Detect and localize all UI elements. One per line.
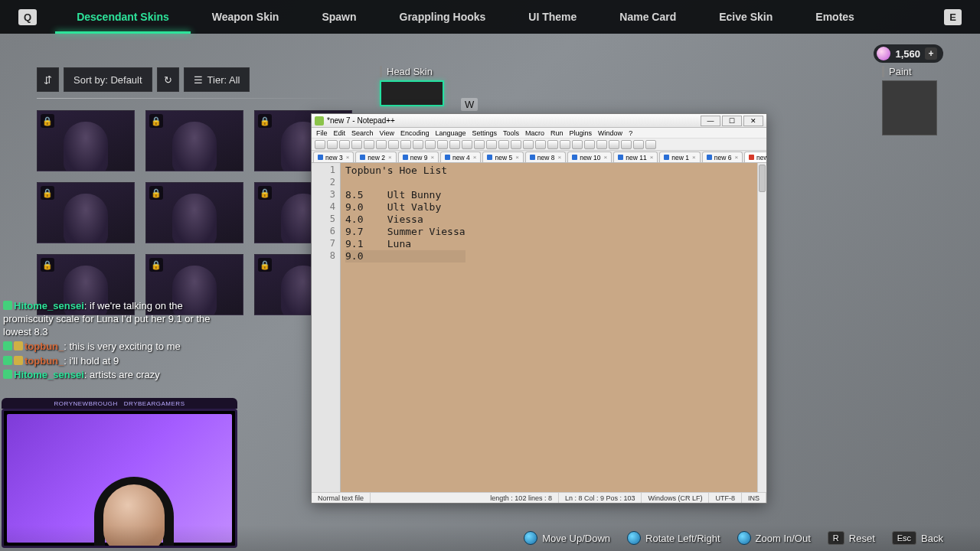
file-tab[interactable]: new 5×: [482, 152, 523, 162]
close-tab-icon[interactable]: ×: [604, 154, 608, 161]
toolbar-button[interactable]: [621, 140, 632, 149]
minimize-button[interactable]: —: [701, 116, 720, 126]
npp-editor[interactable]: 12345678 Topbun's Hoe List8.5 Ult Bunny9…: [312, 163, 757, 492]
code-line[interactable]: 9.0 Ult Valby: [345, 201, 466, 214]
toolbar-button[interactable]: [351, 140, 362, 149]
code-line[interactable]: 9.0: [345, 250, 466, 262]
menu-view[interactable]: View: [380, 129, 394, 137]
toolbar-button[interactable]: [339, 140, 350, 149]
tab-grappling-hooks[interactable]: Grappling Hooks: [378, 0, 508, 34]
maximize-button[interactable]: ☐: [722, 116, 742, 126]
skin-card[interactable]: 🔒: [37, 110, 135, 171]
code-line[interactable]: 4.0 Viessa: [345, 214, 466, 226]
toolbar-button[interactable]: [425, 140, 436, 149]
menu-macro[interactable]: Macro: [525, 129, 544, 137]
close-tab-icon[interactable]: ×: [473, 154, 477, 161]
toolbar-button[interactable]: [413, 140, 423, 149]
toolbar-button[interactable]: [437, 140, 448, 149]
toolbar-button[interactable]: [327, 140, 338, 149]
close-tab-icon[interactable]: ×: [515, 154, 519, 161]
skin-card[interactable]: 🔒: [145, 182, 243, 243]
toolbar-button[interactable]: [449, 140, 460, 149]
menu-window[interactable]: Window: [598, 129, 622, 137]
currency-add-button[interactable]: +: [925, 47, 937, 60]
file-tab[interactable]: new 6×: [702, 152, 743, 162]
file-tab[interactable]: new 1×: [659, 152, 700, 162]
toolbar-button[interactable]: [315, 140, 325, 149]
npp-menubar[interactable]: FileEditSearchViewEncodingLanguageSettin…: [312, 128, 766, 139]
head-skin-slot[interactable]: [380, 80, 444, 106]
toolbar-button[interactable]: [474, 140, 485, 149]
file-tab[interactable]: new 2×: [355, 152, 396, 162]
menu-search[interactable]: Search: [351, 129, 374, 137]
toolbar-button[interactable]: [486, 140, 497, 149]
toolbar-button[interactable]: [400, 140, 411, 149]
npp-toolbar[interactable]: [312, 139, 766, 151]
menu-plugins[interactable]: Plugins: [570, 129, 593, 137]
tab-descendant-skins[interactable]: Descendant Skins: [55, 0, 191, 34]
sort-direction-button[interactable]: ⇵: [37, 67, 59, 92]
tier-filter-button[interactable]: ☰ Tier: All: [184, 67, 250, 92]
toolbar-button[interactable]: [498, 140, 509, 149]
toolbar-button[interactable]: [645, 140, 656, 149]
toolbar-button[interactable]: [572, 140, 583, 149]
hint-back[interactable]: EscBack: [892, 531, 943, 545]
file-tab[interactable]: new 10×: [567, 152, 612, 162]
close-tab-icon[interactable]: ×: [650, 154, 654, 161]
close-tab-icon[interactable]: ×: [388, 154, 392, 161]
tab-weapon-skin[interactable]: Weapon Skin: [191, 0, 301, 34]
close-tab-icon[interactable]: ×: [346, 154, 350, 161]
skin-card[interactable]: 🔒: [37, 182, 135, 243]
toolbar-button[interactable]: [596, 140, 607, 149]
close-tab-icon[interactable]: ×: [692, 154, 696, 161]
toolbar-button[interactable]: [633, 140, 644, 149]
skin-card[interactable]: 🔒: [145, 110, 243, 171]
toolbar-button[interactable]: [547, 140, 558, 149]
npp-scroll-thumb[interactable]: [759, 165, 766, 192]
toolbar-button[interactable]: [376, 140, 387, 149]
toolbar-button[interactable]: [511, 140, 521, 149]
menu-run[interactable]: Run: [550, 129, 564, 137]
refresh-button[interactable]: ↻: [157, 67, 179, 92]
close-button[interactable]: ✕: [743, 116, 763, 126]
menu-edit[interactable]: Edit: [334, 129, 346, 137]
file-tab[interactable]: new 4×: [440, 152, 481, 162]
menu-tools[interactable]: Tools: [503, 129, 519, 137]
menu-file[interactable]: File: [316, 129, 328, 137]
close-tab-icon[interactable]: ×: [734, 154, 738, 161]
tab-spawn[interactable]: Spawn: [300, 0, 377, 34]
tab-name-card[interactable]: Name Card: [598, 0, 697, 34]
npp-scrollbar[interactable]: [757, 163, 766, 492]
tab-ui-theme[interactable]: UI Theme: [507, 0, 598, 34]
close-tab-icon[interactable]: ×: [430, 154, 434, 161]
code-line[interactable]: 8.5 Ult Bunny: [345, 189, 466, 201]
tab-emotes[interactable]: Emotes: [794, 0, 876, 34]
toolbar-button[interactable]: [462, 140, 472, 149]
file-tab[interactable]: new 8×: [525, 152, 566, 162]
close-tab-icon[interactable]: ×: [557, 154, 561, 161]
npp-code[interactable]: Topbun's Hoe List8.5 Ult Bunny9.0 Ult Va…: [341, 163, 469, 492]
toolbar-button[interactable]: [364, 140, 374, 149]
file-tab[interactable]: new 11×: [613, 152, 658, 162]
toolbar-button[interactable]: [535, 140, 546, 149]
toolbar-button[interactable]: [523, 140, 534, 149]
npp-titlebar[interactable]: *new 7 - Notepad++ — ☐ ✕: [312, 114, 766, 128]
menu-settings[interactable]: Settings: [472, 129, 498, 137]
code-line[interactable]: 9.7 Summer Viessa: [345, 226, 466, 238]
toolbar-button[interactable]: [584, 140, 595, 149]
npp-file-tabs[interactable]: new 3×new 2×new 9×new 4×new 5×new 8×new …: [312, 151, 766, 163]
notepad-window[interactable]: *new 7 - Notepad++ — ☐ ✕ FileEditSearchV…: [311, 113, 767, 504]
toolbar-button[interactable]: [609, 140, 619, 149]
toolbar-button[interactable]: [388, 140, 399, 149]
currency-pill[interactable]: 1,560 +: [874, 44, 943, 63]
file-tab[interactable]: new 3×: [313, 152, 354, 162]
code-line[interactable]: [345, 177, 466, 189]
hint-reset[interactable]: RReset: [828, 531, 875, 545]
file-tab[interactable]: new 7×: [744, 152, 766, 162]
file-tab[interactable]: new 9×: [398, 152, 439, 162]
paint-swatch[interactable]: [882, 80, 937, 135]
menu-?[interactable]: ?: [629, 129, 632, 137]
menu-language[interactable]: Language: [435, 129, 466, 137]
sort-by-button[interactable]: Sort by: Default: [64, 67, 152, 92]
toolbar-button[interactable]: [560, 140, 570, 149]
